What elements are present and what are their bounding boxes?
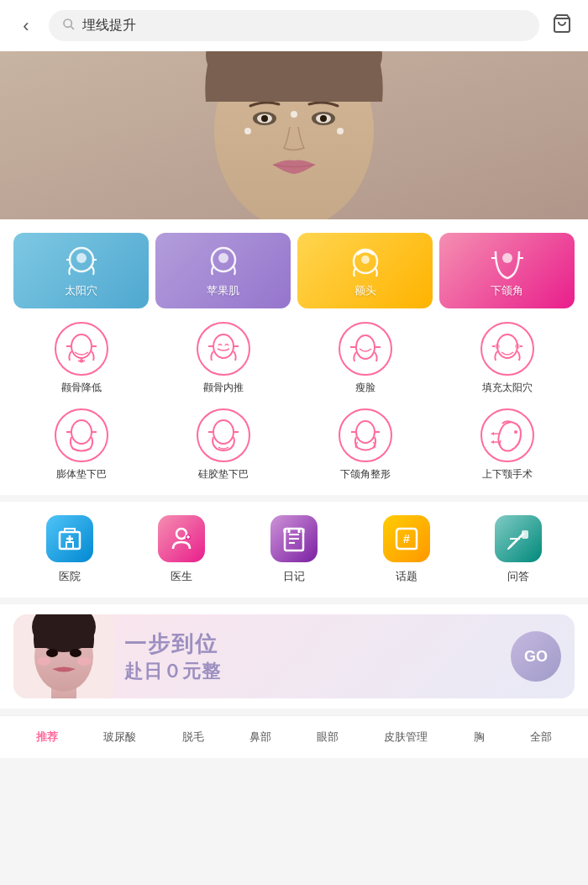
face-icon-temple [61, 243, 102, 283]
hospital-icon-box [46, 515, 93, 562]
doctor-icon [168, 525, 195, 552]
svg-point-17 [76, 253, 87, 263]
card-forehead[interactable]: 额头 [297, 233, 433, 308]
svg-point-23 [361, 255, 370, 264]
service-qa[interactable]: 问答 [495, 515, 542, 584]
service-hospital-label: 医院 [59, 569, 81, 584]
icon-circle-4 [480, 322, 534, 376]
qa-icon [505, 525, 532, 552]
card-forehead-label: 额头 [354, 283, 376, 298]
svg-point-11 [320, 115, 327, 122]
svg-point-21 [218, 253, 228, 263]
icon-grid-row1: 颧骨降低 颧骨内推 [13, 322, 575, 395]
icon-silicone-chin[interactable]: 硅胶垫下巴 [155, 408, 291, 482]
svg-point-38 [495, 344, 500, 349]
hospital-icon [56, 525, 83, 552]
icon-fill-temple[interactable]: 填充太阳穴 [439, 322, 575, 395]
icon-circle-5 [55, 408, 108, 462]
svg-point-82 [37, 657, 50, 666]
svg-rect-73 [522, 530, 528, 539]
category-section: 太阳穴 苹果肌 额头 [0, 219, 588, 495]
promo-card[interactable]: 一步到位 赴日０元整 GO [13, 614, 575, 698]
svg-point-80 [46, 649, 58, 657]
service-doctor-label: 医生 [171, 569, 192, 584]
service-diary[interactable]: 日记 [270, 515, 318, 584]
promo-image [13, 614, 114, 698]
icon-label-fill-temple: 填充太阳穴 [482, 381, 533, 395]
icon-pad-chin[interactable]: 膨体垫下巴 [13, 408, 149, 482]
icon-label-pad-chin: 膨体垫下巴 [56, 467, 107, 482]
icon-label-zygomatic-inner: 颧骨内推 [203, 381, 244, 395]
svg-marker-55 [491, 440, 494, 444]
tab-skin[interactable]: 皮肤管理 [377, 726, 434, 748]
service-doctor[interactable]: 医生 [158, 515, 205, 584]
icon-grid-row2: 膨体垫下巴 硅胶垫下巴 [13, 408, 575, 482]
tab-hair[interactable]: 脱毛 [176, 726, 211, 748]
promo-line1: 一步到位 [124, 630, 501, 659]
back-button[interactable]: ‹ [13, 15, 39, 37]
svg-point-51 [514, 430, 517, 434]
icon-jaw-reshape[interactable]: 下颌角整形 [297, 408, 433, 482]
service-topic-label: 话题 [396, 569, 417, 584]
card-apple[interactable]: 苹果肌 [155, 233, 291, 308]
icon-circle-8 [480, 408, 534, 462]
icon-jaw-surgery[interactable]: 上下颚手术 [439, 408, 575, 482]
header: ‹ 埋线提升 [0, 0, 588, 51]
service-topic[interactable]: # 话题 [383, 515, 430, 584]
icon-zygomatic-inner[interactable]: 颧骨内推 [155, 322, 291, 395]
face-icon-jaw [487, 243, 528, 283]
icon-zygomatic-lower[interactable]: 颧骨降低 [13, 322, 149, 395]
svg-point-10 [261, 115, 268, 122]
svg-point-45 [213, 420, 234, 444]
icon-circle-6 [197, 408, 250, 462]
promo-go-button[interactable]: GO [511, 631, 561, 682]
tab-chest[interactable]: 胸 [467, 726, 491, 748]
promo-text: 一步到位 赴日０元整 [114, 630, 511, 684]
tab-eye[interactable]: 眼部 [310, 726, 345, 748]
svg-point-15 [291, 111, 297, 118]
card-jaw-label: 下颌角 [491, 283, 523, 298]
promo-section: 一步到位 赴日０元整 GO [0, 604, 588, 709]
qa-icon-box [495, 515, 542, 562]
svg-point-31 [213, 335, 234, 358]
icon-slim-face[interactable]: 瘦脸 [297, 322, 433, 395]
topic-icon-box: # [383, 515, 430, 562]
face-icon-forehead [345, 243, 386, 283]
icon-circle-7 [339, 408, 392, 462]
svg-text:#: # [403, 532, 410, 545]
svg-point-24 [502, 253, 512, 263]
svg-point-83 [77, 657, 91, 666]
bottom-tabs: 推荐 玻尿酸 脱毛 鼻部 眼部 皮肤管理 胸 全部 [0, 715, 588, 758]
tab-all[interactable]: 全部 [523, 726, 559, 748]
svg-point-59 [176, 529, 186, 539]
card-taiping[interactable]: 太阳穴 [13, 233, 149, 308]
service-hospital[interactable]: 医院 [46, 515, 93, 584]
tab-nose[interactable]: 鼻部 [243, 726, 278, 748]
face-icon-apple [203, 243, 244, 283]
card-jaw[interactable]: 下颌角 [439, 233, 575, 308]
search-icon [62, 18, 76, 34]
svg-point-48 [356, 421, 375, 443]
banner [0, 51, 588, 219]
cart-button[interactable] [549, 13, 575, 39]
search-bar[interactable]: 埋线提升 [49, 10, 539, 41]
card-taiping-label: 太阳穴 [65, 283, 97, 298]
topic-icon: # [393, 525, 420, 552]
search-query: 埋线提升 [82, 17, 136, 34]
card-apple-label: 苹果肌 [207, 283, 239, 298]
tab-hyaluronic[interactable]: 玻尿酸 [97, 726, 143, 748]
svg-line-74 [508, 545, 512, 549]
svg-point-13 [244, 128, 251, 134]
icon-circle-3 [339, 322, 392, 376]
diary-icon-box [270, 515, 318, 562]
svg-point-81 [70, 649, 81, 657]
svg-point-42 [71, 420, 92, 444]
icon-label-zygomatic-lower: 颧骨降低 [61, 381, 102, 395]
top-cards-grid: 太阳穴 苹果肌 额头 [13, 233, 575, 308]
tab-recommend[interactable]: 推荐 [29, 726, 65, 748]
service-section: 医院 医生 日记 [0, 502, 588, 598]
svg-point-34 [356, 335, 375, 359]
svg-point-39 [515, 344, 520, 349]
icon-label-jaw-reshape: 下颌角整形 [340, 467, 391, 482]
service-qa-label: 问答 [507, 569, 529, 584]
